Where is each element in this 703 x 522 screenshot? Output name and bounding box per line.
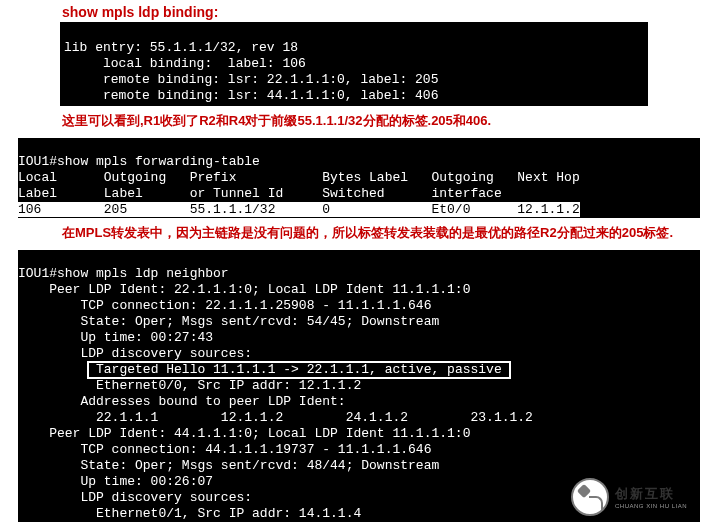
note-binding: 这里可以看到,R1收到了R2和R4对于前缀55.1.1.1/32分配的标签.20…: [0, 106, 703, 138]
watermark-en: CHUANG XIN HU LIAN: [615, 503, 687, 509]
binding-local: local binding: label: 106: [64, 56, 306, 71]
peer1-targeted-pad: [18, 362, 88, 377]
peer1-eth: Ethernet0/0, Src IP addr: 12.1.1.2: [18, 378, 361, 393]
peer1-disc-src: LDP discovery sources:: [18, 346, 252, 361]
note-forwarding: 在MPLS转发表中，因为主链路是没有问题的，所以标签转发表装载的是最优的路径R2…: [0, 218, 703, 250]
watermark-logo-icon: [571, 478, 609, 516]
watermark: 创新互联 CHUANG XIN HU LIAN: [571, 478, 687, 516]
peer1-addr-hdr: Addresses bound to peer LDP Ident:: [18, 394, 346, 409]
forwarding-header-2: Label Label or Tunnel Id Switched interf…: [18, 186, 502, 201]
binding-remote-1: remote binding: lsr: 22.1.1.1:0, label: …: [64, 72, 438, 87]
cmd-label-binding: show mpls ldp binding:: [0, 0, 703, 22]
peer2-ident: Peer LDP Ident: 44.1.1.1:0; Local LDP Id…: [18, 426, 470, 441]
binding-lib-entry: lib entry: 55.1.1.1/32, rev 18: [64, 40, 298, 55]
peer1-targeted-hello: Targeted Hello 11.1.1.1 -> 22.1.1.1, act…: [88, 362, 509, 378]
peer2-state: State: Oper; Msgs sent/rcvd: 48/44; Down…: [18, 458, 439, 473]
peer1-uptime: Up time: 00:27:43: [18, 330, 213, 345]
forwarding-header-1: Local Outgoing Prefix Bytes Label Outgoi…: [18, 170, 580, 185]
peer2-tcp: TCP connection: 44.1.1.1.19737 - 11.1.1.…: [18, 442, 431, 457]
peer1-state: State: Oper; Msgs sent/rcvd: 54/45; Down…: [18, 314, 439, 329]
peer1-addrs: 22.1.1.1 12.1.1.2 24.1.1.2 23.1.1.2: [18, 410, 533, 425]
binding-remote-2: remote binding: lsr: 44.1.1.1:0, label: …: [64, 88, 438, 103]
peer2-eth: Ethernet0/1, Src IP addr: 14.1.1.4: [18, 506, 361, 521]
peer2-disc-src: LDP discovery sources:: [18, 490, 252, 505]
neighbor-cmd: IOU1#show mpls ldp neighbor: [18, 266, 229, 281]
peer1-tcp: TCP connection: 22.1.1.1.25908 - 11.1.1.…: [18, 298, 431, 313]
peer2-uptime: Up time: 00:26:07: [18, 474, 213, 489]
forwarding-row: 106 205 55.1.1.1/32 0 Et0/0 12.1.1.2: [18, 202, 580, 217]
watermark-text: 创新互联 CHUANG XIN HU LIAN: [615, 485, 687, 509]
terminal-block-binding: lib entry: 55.1.1.1/32, rev 18 local bin…: [60, 22, 648, 106]
forwarding-cmd: IOU1#show mpls forwarding-table: [18, 154, 260, 169]
watermark-cn: 创新互联: [615, 485, 687, 503]
terminal-block-forwarding: IOU1#show mpls forwarding-table Local Ou…: [18, 138, 700, 218]
peer1-ident: Peer LDP Ident: 22.1.1.1:0; Local LDP Id…: [18, 282, 470, 297]
